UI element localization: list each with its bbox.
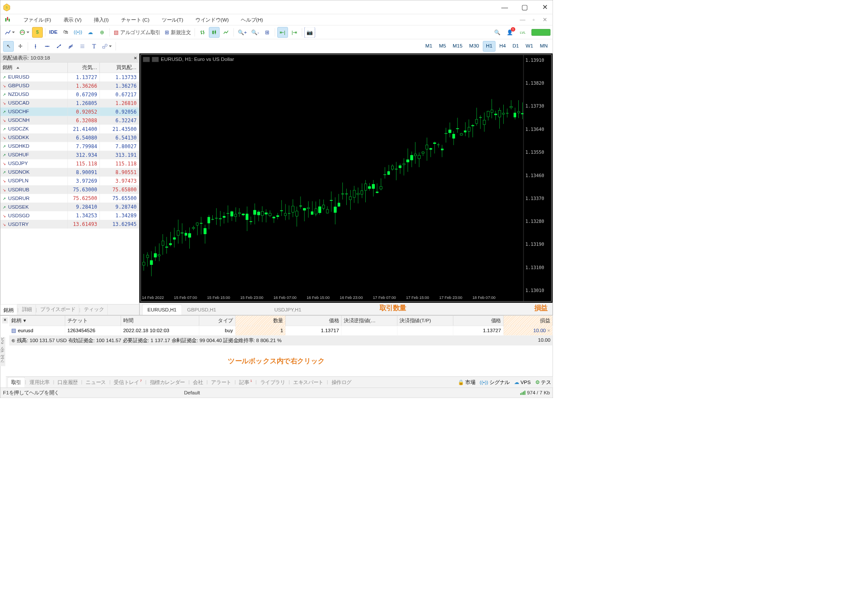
- trendline-icon[interactable]: [54, 41, 64, 52]
- dollar-icon[interactable]: $: [32, 27, 43, 38]
- market-icon[interactable]: 🛍: [61, 27, 71, 38]
- indicator-button[interactable]: [18, 27, 31, 38]
- add-chart-icon[interactable]: ⊕: [97, 27, 108, 38]
- close-trade-icon[interactable]: ×: [547, 327, 550, 333]
- account-icon[interactable]: 👤1: [505, 27, 515, 38]
- toolbox-link[interactable]: ((•)) シグナル: [480, 379, 510, 386]
- mw-row-usdcad[interactable]: ↘ USDCAD1.268051.26810: [0, 99, 139, 108]
- timeframe-m15[interactable]: M15: [450, 41, 466, 52]
- mw-row-gbpusd[interactable]: ↘ GBPUSD1.362661.36276: [0, 82, 139, 90]
- mw-row-usdhkd[interactable]: ↗ USDHKD7.799847.80027: [0, 142, 139, 151]
- minimize-button[interactable]: —: [499, 3, 510, 11]
- toolbox-tab-11[interactable]: 操作ログ: [328, 377, 355, 387]
- mw-row-usdczk[interactable]: ↗ USDCZK21.4140021.43500: [0, 125, 139, 133]
- maximize-button[interactable]: ▢: [519, 3, 530, 11]
- shift-icon[interactable]: ⇤|: [277, 27, 288, 38]
- mw-tab-tick[interactable]: ティック: [80, 305, 108, 315]
- toolbox-link[interactable]: ☁ VPS: [514, 379, 530, 385]
- autoscroll-icon[interactable]: |⇥: [289, 27, 300, 38]
- channel-icon[interactable]: [65, 41, 76, 52]
- vline-icon[interactable]: [30, 41, 41, 52]
- mw-row-usddkk[interactable]: ↘ USDDKK6.540806.54130: [0, 133, 139, 142]
- menu-view[interactable]: 表示 (V): [62, 16, 83, 23]
- sort-asc-icon[interactable]: [16, 67, 19, 69]
- chart-type-line-button[interactable]: [3, 27, 16, 38]
- screenshot-icon[interactable]: 📷: [304, 27, 315, 38]
- timeframe-m5[interactable]: M5: [436, 41, 449, 52]
- mw-row-usdsgd[interactable]: ↘ USDSGD1.342531.34289: [0, 211, 139, 220]
- toolbox-tab-0[interactable]: 取引: [7, 377, 25, 387]
- mdi-restore-button[interactable]: ▫: [530, 16, 537, 23]
- mw-row-usdrub[interactable]: ↘ USDRUB75.6300075.65800: [0, 185, 139, 194]
- toolbox-tab-8[interactable]: 記事 1: [236, 377, 256, 387]
- menu-chart[interactable]: チャート (C): [120, 16, 150, 23]
- toolbox-tab-6[interactable]: 会社: [190, 377, 207, 387]
- chart-tab-eurusd[interactable]: EURUSD,H1: [142, 305, 182, 315]
- menu-file[interactable]: ファイル (F): [22, 16, 52, 23]
- timeframe-d1[interactable]: D1: [510, 41, 522, 52]
- cursor-icon[interactable]: ↖: [3, 41, 14, 52]
- mw-row-eurusd[interactable]: ↗ EURUSD1.137271.13733: [0, 73, 139, 82]
- signal-icon[interactable]: ((•)): [72, 27, 84, 38]
- chart-tab-usdjpy[interactable]: USDJPY,H1: [269, 305, 307, 315]
- mw-row-usdtry[interactable]: ↘ USDTRY13.6149313.62945: [0, 220, 139, 229]
- zoom-out-icon[interactable]: 🔍-: [249, 27, 261, 38]
- hline-icon[interactable]: [42, 41, 53, 52]
- text-icon[interactable]: T: [89, 41, 99, 52]
- line-chart-icon[interactable]: [221, 27, 232, 38]
- zoom-in-icon[interactable]: 🔍+: [236, 27, 249, 38]
- candle-chart-icon[interactable]: [209, 27, 220, 38]
- menu-window[interactable]: ウインドウ(W): [195, 16, 230, 23]
- timeframe-h1[interactable]: H1: [483, 41, 495, 52]
- timeframe-m30[interactable]: M30: [466, 41, 482, 52]
- toolbox-tab-2[interactable]: 口座履歴: [54, 377, 81, 387]
- mdi-minimize-button[interactable]: —: [519, 16, 527, 23]
- chart-area[interactable]: EURUSD, H1: Euro vs US Dollar 14 Feb 202…: [141, 54, 552, 302]
- toolbox-tab-1[interactable]: 運用比率: [26, 377, 53, 387]
- mdi-close-button[interactable]: ✕: [541, 16, 549, 23]
- toolbox-close-icon[interactable]: ×: [2, 318, 8, 324]
- menu-help[interactable]: ヘルプ(H): [240, 16, 264, 23]
- market-watch-close-icon[interactable]: ×: [134, 55, 137, 61]
- mw-tab-priceboard[interactable]: プライスボード: [37, 305, 80, 315]
- toolbox-tab-9[interactable]: ライブラリ: [257, 377, 289, 387]
- new-order-button[interactable]: ⊞新規注文: [163, 27, 192, 38]
- chart-tab-gbpusd[interactable]: GBPUSD,H1: [182, 305, 222, 315]
- toolbox-tab-5[interactable]: 指標カレンダー: [147, 377, 188, 387]
- search-icon[interactable]: 🔍: [492, 27, 503, 38]
- fibo-icon[interactable]: [77, 41, 88, 52]
- crosshair-icon[interactable]: ✛: [15, 41, 26, 52]
- timeframe-mn[interactable]: MN: [537, 41, 550, 52]
- shapes-icon[interactable]: [101, 41, 114, 52]
- close-button[interactable]: ✕: [539, 3, 550, 11]
- mw-row-usdchf[interactable]: ↗ USDCHF0.920520.92056: [0, 108, 139, 116]
- ide-button[interactable]: IDE: [48, 27, 59, 38]
- bar-chart-icon[interactable]: [197, 27, 208, 38]
- timeframe-h4[interactable]: H4: [497, 41, 509, 52]
- mw-row-usdjpy[interactable]: ↘ USDJPY115.118115.118: [0, 159, 139, 168]
- menu-insert[interactable]: 挿入(I): [93, 16, 109, 23]
- vps-cloud-icon[interactable]: ☁: [85, 27, 96, 38]
- toolbox-link[interactable]: 🔒 市場: [458, 379, 476, 386]
- mw-tab-symbols[interactable]: 銘柄: [0, 305, 17, 315]
- mw-tab-details[interactable]: 詳細: [19, 305, 35, 315]
- toolbox-trade-row[interactable]: ▤ eurusd 1263454526 2022.02.18 10:02:03 …: [9, 326, 553, 336]
- mw-row-usdrur[interactable]: ↗ USDRUR75.6250075.65500: [0, 194, 139, 203]
- mw-row-usdhuf[interactable]: ↗ USDHUF312.934313.191: [0, 151, 139, 159]
- mw-row-usdsek[interactable]: ↗ USDSEK9.284109.28740: [0, 203, 139, 211]
- mw-row-usdnok[interactable]: ↗ USDNOK8.900918.90551: [0, 168, 139, 177]
- toolbox-tab-3[interactable]: ニュース: [83, 377, 109, 387]
- toolbox-tab-10[interactable]: エキスパート: [290, 377, 326, 387]
- grid-icon[interactable]: ⊞: [262, 27, 273, 38]
- timeframe-w1[interactable]: W1: [523, 41, 536, 52]
- mw-row-usdpln[interactable]: ↘ USDPLN3.972693.97473: [0, 177, 139, 185]
- toolbox-tab-7[interactable]: アラート: [208, 377, 235, 387]
- menu-tools[interactable]: ツール(T): [160, 16, 184, 23]
- mw-row-nzdusd[interactable]: ↗ NZDUSD0.672090.67217: [0, 90, 139, 99]
- algo-trading-button[interactable]: ▧アルゴリズム取引: [112, 27, 162, 38]
- toolbox-link[interactable]: ⚙ テス: [535, 379, 551, 386]
- mw-row-usdcnh[interactable]: ↘ USDCNH6.320886.32247: [0, 116, 139, 125]
- timeframe-m1[interactable]: M1: [422, 41, 435, 52]
- lvl-icon[interactable]: LVL: [517, 27, 528, 38]
- toolbox-tab-4[interactable]: 受信トレイ 7: [111, 377, 145, 387]
